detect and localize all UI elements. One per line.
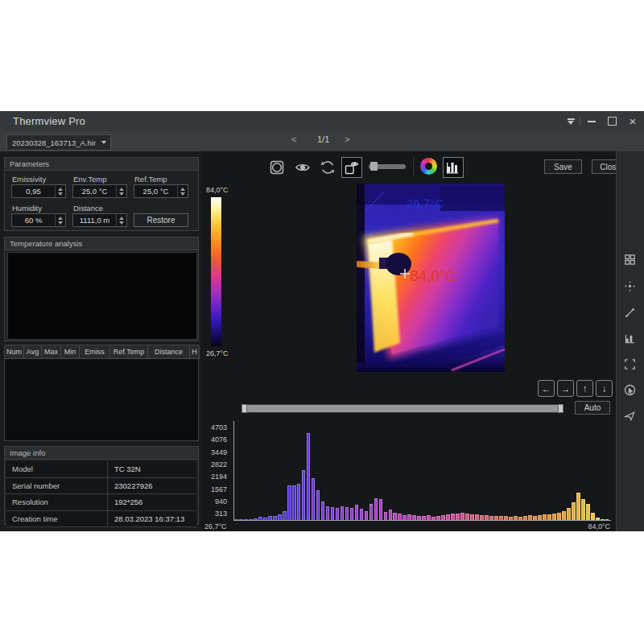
level-slider-left-handle[interactable] [242,404,247,413]
histogram-bar [605,519,609,520]
ref-temp-input[interactable]: 25,0 °C [134,184,188,198]
emissivity-input[interactable]: 0,95 [11,184,66,198]
grid-layout-icon[interactable] [623,253,637,266]
histogram-bar [258,517,262,520]
visibility-eye-icon[interactable] [295,159,311,175]
level-slider-right-handle[interactable] [558,404,564,413]
histogram-y-tick: 4076 [211,436,227,444]
rotate-icon[interactable] [320,159,336,175]
temperature-analysis-header: Temperature analysis [5,237,198,250]
thermal-image[interactable]: 26,7°C 84,0°C [357,184,505,372]
move-right-button[interactable]: → [557,380,574,397]
overlay-visibility-icon[interactable] [341,157,362,178]
fullscreen-fit-icon[interactable] [623,357,637,371]
histogram-bar [576,493,580,520]
analysis-table-header-row: NumAvgMaxMinEmissRef.TempDistanceH [5,345,200,359]
histogram-y-tick: 4703 [211,423,227,431]
emissivity-spinner[interactable] [55,185,65,197]
analysis-column-emiss: Emiss [80,345,110,359]
level-range-slider[interactable] [242,404,564,413]
scale-min-label: 26,7°C [206,349,229,357]
histogram-toggle-icon[interactable] [443,157,464,178]
histogram-bar [470,514,474,520]
histogram-bar [422,516,426,520]
info-label: Resolution [6,497,107,506]
histogram-bar [369,504,374,520]
histogram-bar [326,506,330,520]
prev-page-button[interactable]: < [291,134,296,144]
auto-button[interactable]: Auto [575,401,610,415]
histogram-bar [407,514,411,520]
histogram-bar [499,516,503,520]
histogram-bar [557,513,561,520]
fit-selection-icon[interactable] [269,159,285,175]
controls-separator [580,116,580,126]
thermal-window-region [440,187,505,211]
histogram-bar [518,517,522,520]
scale-max-label: 84,0°C [206,186,229,194]
opacity-slider-handle[interactable] [370,162,378,171]
histogram-y-tick: 2194 [211,473,227,481]
histogram-bar [331,507,335,520]
title-bar [0,111,644,132]
line-tool-icon[interactable] [623,306,637,320]
histogram-bar [547,514,551,520]
histogram-bar [287,485,291,520]
histogram-bar [312,478,316,520]
maximize-button[interactable] [605,115,619,127]
histogram-bar [360,509,364,520]
emissivity-label: Emissivity [12,175,46,184]
env-temp-input[interactable]: 25,0 °C [72,184,127,198]
info-label: Serial number [6,481,107,490]
distance-input[interactable]: 1111,0 m [72,213,127,227]
ref-temp-label: Ref.Temp [134,175,167,184]
histogram-bar [239,519,243,520]
minimize-button[interactable] [584,115,599,127]
histogram-bar [552,514,556,520]
histogram-bar [456,514,460,520]
app-window: Thermview Pro × 20230328_163713_A.hir < … [0,111,644,531]
info-value: 230227926 [108,481,196,490]
collapse-triangle [568,121,574,125]
analysis-column-distance: Distance [148,345,190,359]
analysis-column-max: Max [42,345,61,359]
histogram-bar [591,513,595,520]
histogram-bar [581,499,585,520]
move-down-button[interactable]: ↓ [596,380,613,397]
palette-color-wheel-icon[interactable] [420,158,437,175]
humidity-label: Humidity [12,204,42,213]
histogram-bar [321,502,325,520]
close-window-button[interactable]: × [625,115,640,127]
select-cursor-icon[interactable] [623,383,637,397]
env-temp-spinner[interactable] [116,185,126,197]
histogram-y-axis: 470340763449282221941567940313 [200,421,230,520]
move-up-button[interactable]: ↑ [576,380,593,397]
ref-temp-spinner[interactable] [177,185,188,197]
humidity-input[interactable]: 60 % [11,213,66,227]
analysis-plot-area[interactable] [7,252,197,340]
save-button[interactable]: Save [544,159,582,174]
histogram-bar [263,518,267,520]
info-value: TC 32N [108,464,196,473]
spot-tool-icon[interactable] [623,279,637,293]
histogram-bar [249,519,253,520]
histogram-y-tick: 1567 [211,485,227,493]
next-page-button[interactable]: > [345,134,349,144]
distance-spinner[interactable] [116,214,126,226]
restore-button[interactable]: Restore [134,213,188,227]
histogram-bar [596,518,600,520]
pan-cursor-icon[interactable] [623,409,637,423]
analysis-column-avg: Avg [24,345,42,359]
valve-knob [386,253,411,275]
histogram-bar [533,516,537,520]
humidity-spinner[interactable] [55,214,65,226]
histogram-tool-icon[interactable] [623,332,637,345]
analysis-table: NumAvgMaxMinEmissRef.TempDistanceH [4,345,199,441]
move-left-button[interactable]: ← [538,380,555,397]
collapse-menu-icon[interactable] [564,115,578,127]
histogram-bar [345,507,349,520]
spot-temp-label: 84,0°C [410,267,456,284]
histogram-bar [528,515,532,520]
file-dropdown[interactable]: 20230328_163713_A.hir [6,134,111,151]
histogram-bar [393,513,397,520]
